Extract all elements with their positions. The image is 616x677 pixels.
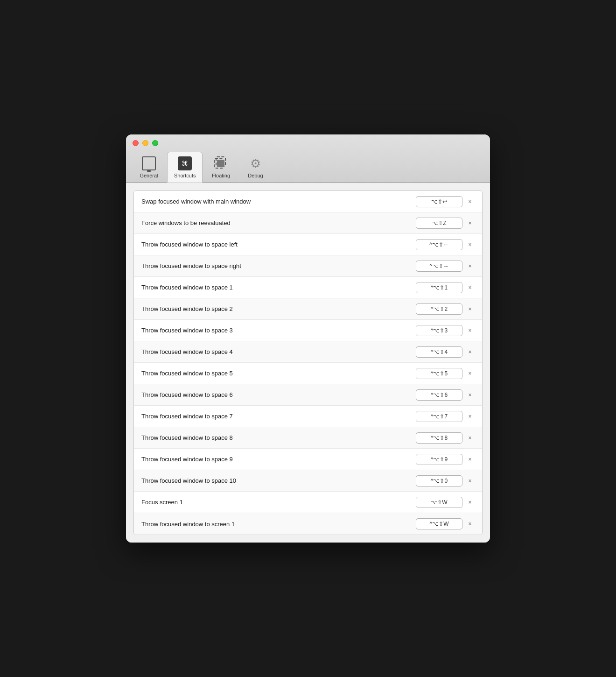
shortcut-clear-button[interactable]: × xyxy=(465,369,475,378)
shortcut-key-container: ^⌥⇧→× xyxy=(416,261,475,272)
shortcut-key-container: ^⌥⇧3× xyxy=(416,325,475,336)
shortcut-row: Throw focused window to space right^⌥⇧→× xyxy=(134,255,482,277)
shortcut-row: Throw focused window to space 6^⌥⇧6× xyxy=(134,384,482,406)
shortcut-key-input[interactable]: ^⌥⇧3 xyxy=(416,325,462,336)
shortcut-key-container: ⌥⇧↩× xyxy=(416,196,475,207)
shortcut-key-container: ^⌥⇧W× xyxy=(416,518,475,529)
shortcut-row: Swap focused window with main window⌥⇧↩× xyxy=(134,191,482,212)
shortcut-key-input[interactable]: ⌥⇧Z xyxy=(416,218,462,229)
shortcut-key-input[interactable]: ^⌥⇧1 xyxy=(416,282,462,293)
tab-debug-label: Debug xyxy=(248,173,263,178)
shortcut-key-input[interactable]: ^⌥⇧W xyxy=(416,518,462,529)
shortcut-row: Throw focused window to space 9^⌥⇧9× xyxy=(134,449,482,470)
shortcut-key-input[interactable]: ⌥⇧W xyxy=(416,497,462,508)
debug-icon: ⚙ xyxy=(247,155,264,172)
floating-icon xyxy=(212,155,229,172)
shortcut-clear-button[interactable]: × xyxy=(465,304,475,314)
tab-general-label: General xyxy=(140,173,158,178)
shortcut-key-container: ^⌥⇧6× xyxy=(416,389,475,401)
general-icon xyxy=(140,155,157,172)
shortcut-key-container: ^⌥⇧7× xyxy=(416,411,475,422)
shortcut-row: Force windows to be reevaluated⌥⇧Z× xyxy=(134,212,482,234)
shortcut-key-container: ^⌥⇧2× xyxy=(416,303,475,315)
tab-shortcuts-label: Shortcuts xyxy=(174,173,196,178)
shortcut-key-input[interactable]: ^⌥⇧→ xyxy=(416,261,462,272)
shortcut-clear-button[interactable]: × xyxy=(465,240,475,249)
toolbar: General ⌘ Shortcuts Floating xyxy=(133,152,483,182)
shortcut-key-container: ^⌥⇧4× xyxy=(416,346,475,358)
shortcut-key-input[interactable]: ⌥⇧↩ xyxy=(416,196,462,207)
shortcut-key-container: ⌥⇧W× xyxy=(416,497,475,508)
shortcut-row: Focus screen 1⌥⇧W× xyxy=(134,492,482,513)
shortcut-row: Throw focused window to space 5^⌥⇧5× xyxy=(134,363,482,384)
tab-general[interactable]: General xyxy=(133,152,165,182)
shortcut-clear-button[interactable]: × xyxy=(465,197,475,206)
shortcut-key-container: ^⌥⇧1× xyxy=(416,282,475,293)
shortcut-key-input[interactable]: ^⌥⇧4 xyxy=(416,346,462,358)
shortcut-clear-button[interactable]: × xyxy=(465,219,475,228)
shortcut-clear-button[interactable]: × xyxy=(465,433,475,443)
shortcut-row: Throw focused window to space 1^⌥⇧1× xyxy=(134,277,482,298)
shortcut-label: Throw focused window to screen 1 xyxy=(141,521,416,528)
shortcut-row: Throw focused window to screen 1^⌥⇧W× xyxy=(134,513,482,535)
tab-floating[interactable]: Floating xyxy=(204,152,237,182)
shortcut-key-input[interactable]: ^⌥⇧2 xyxy=(416,303,462,315)
shortcut-row: Throw focused window to space left^⌥⇧←× xyxy=(134,234,482,255)
shortcut-clear-button[interactable]: × xyxy=(465,390,475,400)
tab-shortcuts[interactable]: ⌘ Shortcuts xyxy=(167,152,203,183)
shortcut-label: Throw focused window to space 1 xyxy=(141,284,416,291)
shortcut-key-input[interactable]: ^⌥⇧← xyxy=(416,239,462,250)
shortcut-clear-button[interactable]: × xyxy=(465,283,475,292)
shortcut-key-container: ^⌥⇧0× xyxy=(416,475,475,487)
shortcut-row: Throw focused window to space 3^⌥⇧3× xyxy=(134,320,482,341)
shortcut-key-container: ^⌥⇧←× xyxy=(416,239,475,250)
shortcut-label: Throw focused window to space 3 xyxy=(141,327,416,334)
shortcut-label: Throw focused window to space 10 xyxy=(141,477,416,484)
shortcut-label: Throw focused window to space 9 xyxy=(141,456,416,463)
content-area: Swap focused window with main window⌥⇧↩×… xyxy=(126,183,490,543)
shortcut-label: Throw focused window to space 7 xyxy=(141,413,416,420)
shortcut-key-input[interactable]: ^⌥⇧6 xyxy=(416,389,462,401)
shortcut-label: Throw focused window to space left xyxy=(141,241,416,248)
shortcut-key-input[interactable]: ^⌥⇧8 xyxy=(416,432,462,444)
shortcut-label: Force windows to be reevaluated xyxy=(141,219,416,226)
shortcut-key-container: ^⌥⇧9× xyxy=(416,454,475,465)
shortcut-clear-button[interactable]: × xyxy=(465,498,475,507)
tab-floating-label: Floating xyxy=(212,173,230,178)
tab-debug[interactable]: ⚙ Debug xyxy=(239,152,272,182)
shortcut-label: Throw focused window to space 8 xyxy=(141,434,416,441)
shortcut-key-input[interactable]: ^⌥⇧7 xyxy=(416,411,462,422)
close-button[interactable] xyxy=(133,140,139,146)
shortcut-row: Throw focused window to space 4^⌥⇧4× xyxy=(134,341,482,363)
traffic-lights xyxy=(133,140,483,146)
shortcut-key-input[interactable]: ^⌥⇧0 xyxy=(416,475,462,487)
shortcut-label: Throw focused window to space 6 xyxy=(141,391,416,398)
shortcuts-panel: Swap focused window with main window⌥⇧↩×… xyxy=(133,190,483,535)
shortcut-key-input[interactable]: ^⌥⇧5 xyxy=(416,368,462,379)
shortcut-label: Throw focused window to space right xyxy=(141,262,416,269)
shortcut-clear-button[interactable]: × xyxy=(465,519,475,529)
shortcut-label: Swap focused window with main window xyxy=(141,198,416,205)
shortcut-row: Throw focused window to space 8^⌥⇧8× xyxy=(134,427,482,449)
shortcut-row: Throw focused window to space 7^⌥⇧7× xyxy=(134,406,482,427)
shortcut-key-container: ⌥⇧Z× xyxy=(416,218,475,229)
minimize-button[interactable] xyxy=(142,140,148,146)
shortcut-clear-button[interactable]: × xyxy=(465,412,475,421)
maximize-button[interactable] xyxy=(152,140,158,146)
shortcut-clear-button[interactable]: × xyxy=(465,326,475,335)
shortcut-key-container: ^⌥⇧5× xyxy=(416,368,475,379)
shortcut-clear-button[interactable]: × xyxy=(465,476,475,486)
shortcut-key-container: ^⌥⇧8× xyxy=(416,432,475,444)
shortcut-clear-button[interactable]: × xyxy=(465,261,475,271)
shortcut-clear-button[interactable]: × xyxy=(465,455,475,464)
shortcut-row: Throw focused window to space 2^⌥⇧2× xyxy=(134,298,482,320)
titlebar: General ⌘ Shortcuts Floating xyxy=(126,134,490,183)
shortcuts-icon: ⌘ xyxy=(176,155,193,172)
shortcut-label: Throw focused window to space 4 xyxy=(141,348,416,355)
preferences-window: General ⌘ Shortcuts Floating xyxy=(126,134,490,543)
shortcut-clear-button[interactable]: × xyxy=(465,347,475,357)
shortcut-key-input[interactable]: ^⌥⇧9 xyxy=(416,454,462,465)
shortcut-row: Throw focused window to space 10^⌥⇧0× xyxy=(134,470,482,492)
shortcut-label: Throw focused window to space 5 xyxy=(141,370,416,377)
shortcut-label: Focus screen 1 xyxy=(141,499,416,506)
